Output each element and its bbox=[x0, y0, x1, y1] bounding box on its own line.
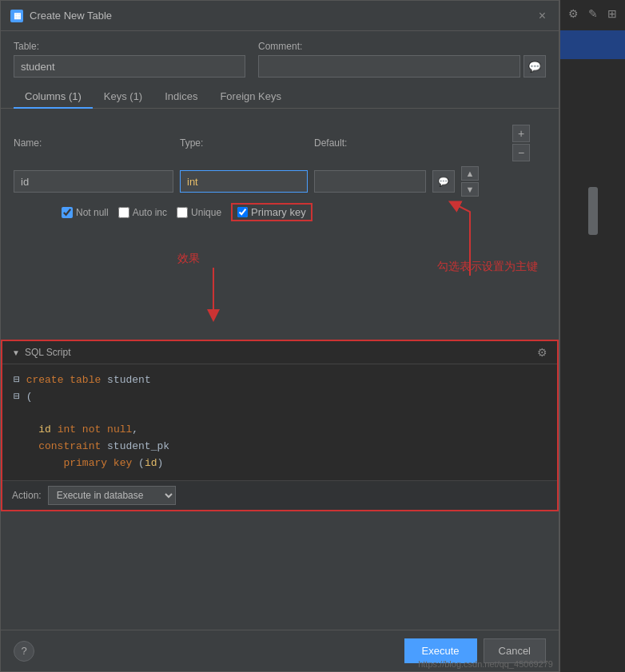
help-button[interactable]: ? bbox=[14, 641, 34, 662]
sql-line-6: primary key (id) bbox=[14, 455, 546, 472]
create-table-dialog: ▦ Create New Table × Table: Comment: 💬 C… bbox=[0, 0, 559, 672]
sql-settings-icon[interactable]: ⚙ bbox=[537, 346, 547, 359]
dialog-body: Table: Comment: 💬 Columns (1) Keys (1) I… bbox=[1, 31, 559, 630]
sql-line-5: constraint student_pk bbox=[14, 439, 546, 455]
close-button[interactable]: × bbox=[535, 7, 549, 25]
type-column-header: Type: bbox=[180, 137, 308, 149]
action-row: Action: Execute in database Save to file… bbox=[2, 480, 557, 510]
image-icon[interactable]: ⊞ bbox=[604, 3, 620, 24]
comment-label: Comment: bbox=[258, 41, 546, 52]
tabs-row: Columns (1) Keys (1) Indices Foreign Key… bbox=[1, 85, 559, 109]
column-type-input[interactable] bbox=[180, 170, 308, 193]
scrollbar-thumb[interactable] bbox=[588, 187, 598, 235]
sql-script-panel: ▼ SQL Script ⚙ ⊟ create table student ⊟ … bbox=[1, 340, 559, 511]
collapse-icon[interactable]: ▼ bbox=[12, 348, 20, 357]
unique-label: Unique bbox=[191, 207, 221, 218]
column-row: 💬 ▲ ▼ bbox=[14, 166, 546, 197]
annotation2-area: 效果 bbox=[14, 276, 546, 324]
edit-icon[interactable]: ✎ bbox=[584, 3, 600, 24]
unique-checkbox-item: Unique bbox=[177, 207, 221, 218]
remove-column-button[interactable]: − bbox=[512, 144, 530, 161]
sql-line-4: id int not null, bbox=[14, 422, 546, 439]
sidebar-icons: ⚙ ✎ ⊞ bbox=[560, 0, 625, 27]
default-column-header: Default: bbox=[314, 137, 450, 149]
column-comment-button[interactable]: 💬 bbox=[432, 170, 455, 193]
effect-annotation: 效果 bbox=[177, 252, 200, 266]
primary-key-checkbox-wrapper: Primary key bbox=[231, 203, 312, 221]
sql-panel-header: ▼ SQL Script ⚙ bbox=[2, 341, 557, 364]
unique-checkbox[interactable] bbox=[177, 207, 188, 218]
primary-key-annotation: 勾选表示设置为主键 bbox=[437, 260, 538, 274]
action-label: Action: bbox=[12, 490, 42, 501]
watermark: https://blog.csdn.net/qq_45069279 bbox=[418, 659, 553, 669]
auto-inc-checkbox[interactable] bbox=[118, 207, 129, 218]
tab-indices[interactable]: Indices bbox=[153, 85, 209, 109]
right-sidebar: ⚙ ✎ ⊞ bbox=[559, 0, 625, 672]
sql-line-2: ⊟ ( bbox=[14, 389, 546, 406]
primary-key-checkbox[interactable] bbox=[237, 207, 248, 217]
column-name-input[interactable] bbox=[14, 170, 173, 193]
sql-panel-title: ▼ SQL Script bbox=[12, 347, 70, 358]
table-icon: ▦ bbox=[10, 10, 23, 22]
dialog-titlebar: ▦ Create New Table × bbox=[1, 1, 559, 31]
tab-columns[interactable]: Columns (1) bbox=[14, 85, 93, 109]
spacer bbox=[14, 519, 546, 620]
not-null-checkbox[interactable] bbox=[62, 207, 73, 218]
column-default-input[interactable] bbox=[314, 170, 426, 193]
table-field-group: Table: bbox=[14, 41, 245, 78]
primary-key-label: Primary key bbox=[251, 206, 306, 218]
sql-line-1: ⊟ create table student bbox=[14, 372, 546, 389]
sql-panel-title-text: SQL Script bbox=[25, 347, 71, 358]
auto-inc-label: Auto inc bbox=[133, 207, 167, 218]
sql-line-3 bbox=[14, 406, 546, 423]
dialog-title-text: Create New Table bbox=[30, 10, 112, 22]
not-null-label: Not null bbox=[76, 207, 109, 218]
comment-input[interactable] bbox=[258, 55, 520, 78]
gear-icon[interactable]: ⚙ bbox=[565, 3, 581, 24]
auto-inc-checkbox-item: Auto inc bbox=[118, 207, 167, 218]
sql-content: ⊟ create table student ⊟ ( id int not nu… bbox=[2, 364, 557, 480]
table-input[interactable] bbox=[14, 55, 245, 78]
dialog-title: ▦ Create New Table bbox=[10, 10, 112, 22]
sidebar-blue-bar bbox=[560, 30, 625, 59]
not-null-checkbox-item: Not null bbox=[62, 207, 109, 218]
tab-keys[interactable]: Keys (1) bbox=[93, 85, 153, 109]
move-up-button[interactable]: ▲ bbox=[461, 166, 479, 181]
tab-foreign-keys[interactable]: Foreign Keys bbox=[209, 85, 293, 109]
comment-button[interactable]: 💬 bbox=[523, 55, 546, 78]
move-down-button[interactable]: ▼ bbox=[461, 182, 479, 197]
column-headers: Name: Type: Default: + − bbox=[14, 125, 546, 161]
add-column-button[interactable]: + bbox=[512, 125, 530, 142]
table-label: Table: bbox=[14, 41, 245, 52]
annotation2-arrow bbox=[189, 268, 237, 332]
table-comment-row: Table: Comment: 💬 bbox=[14, 41, 546, 78]
comment-field-group: Comment: 💬 bbox=[258, 41, 546, 78]
name-column-header: Name: bbox=[14, 137, 173, 149]
action-select[interactable]: Execute in database Save to file Copy to… bbox=[48, 486, 176, 505]
